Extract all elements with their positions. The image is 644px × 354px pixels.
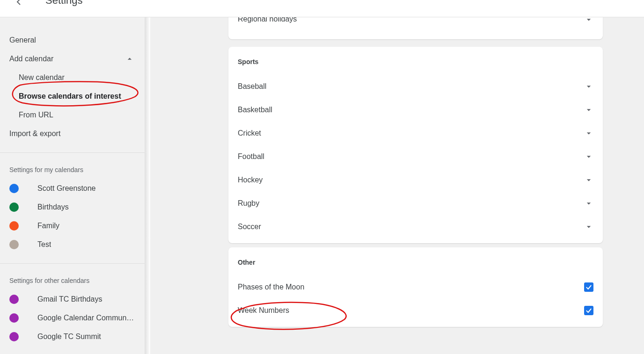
sidebar-item-label: Add calendar [9, 55, 53, 63]
category-row[interactable]: Rugby [228, 192, 603, 215]
calendar-color-dot [9, 184, 19, 193]
category-label: Basketball [238, 106, 272, 114]
chevron-down-icon [584, 152, 593, 161]
sidebar-item-from-url[interactable]: From URL [0, 106, 145, 124]
calendar-row[interactable]: Birthdays [0, 198, 145, 217]
calendar-label: Google TC Summit [37, 332, 101, 341]
back-arrow-icon[interactable] [13, 0, 24, 7]
category-label: Rugby [238, 199, 259, 208]
category-row[interactable]: Cricket [228, 122, 603, 145]
chevron-down-icon [584, 129, 593, 138]
settings-main: Regional holidays Sports BaseballBasketb… [150, 17, 644, 354]
sidebar-item-add-calendar[interactable]: Add calendar [0, 50, 145, 68]
sidebar-item-label: General [9, 36, 36, 44]
calendar-row[interactable]: Gmail TC Birthdays [0, 290, 145, 309]
checkbox-checked-icon[interactable] [584, 306, 593, 315]
chevron-down-icon [584, 82, 593, 91]
sidebar-item-import-export[interactable]: Import & export [0, 124, 145, 143]
calendar-color-dot [9, 313, 19, 323]
chevron-down-icon [584, 17, 593, 24]
sidebar-item-label: Browse calendars of interest [19, 92, 121, 101]
calendar-color-dot [9, 295, 19, 304]
vertical-shadow [145, 17, 150, 354]
sidebar-item-general[interactable]: General [0, 31, 145, 50]
category-label: Soccer [238, 223, 261, 231]
calendar-label: Birthdays [37, 203, 69, 211]
calendar-color-dot [9, 240, 19, 249]
settings-sidebar: General Add calendar New calendar Browse… [0, 17, 145, 354]
card-title: Other [228, 247, 603, 275]
calendar-color-dot [9, 221, 19, 231]
other-item-row[interactable]: Week Numbers [228, 299, 603, 322]
page-title: Settings [45, 0, 83, 7]
category-row[interactable]: Baseball [228, 75, 603, 98]
chevron-down-icon [584, 199, 593, 208]
calendar-label: Google Calendar Commun… [37, 314, 134, 322]
category-label: Hockey [238, 176, 263, 184]
calendar-color-dot [9, 332, 19, 341]
sidebar-section-other-calendars: Settings for other calendars [0, 264, 145, 290]
sidebar-item-label: Import & export [9, 130, 60, 138]
category-row-regional-holidays[interactable]: Regional holidays [228, 17, 603, 36]
calendar-label: Gmail TC Birthdays [37, 295, 102, 303]
category-label: Regional holidays [238, 17, 297, 23]
category-row[interactable]: Soccer [228, 215, 603, 238]
category-label: Football [238, 152, 264, 161]
card-title: Sports [228, 47, 603, 75]
calendar-row[interactable]: Test [0, 235, 145, 254]
sidebar-item-new-calendar[interactable]: New calendar [0, 68, 145, 87]
chevron-down-icon [584, 105, 593, 115]
other-card: Other Phases of the MoonWeek Numbers [228, 247, 603, 327]
category-label: Cricket [238, 129, 261, 137]
category-label: Baseball [238, 82, 266, 91]
calendar-label: Family [37, 222, 59, 230]
sidebar-item-label: New calendar [19, 73, 65, 82]
calendar-label: Scott Greenstone [37, 184, 96, 193]
calendar-row[interactable]: Family [0, 217, 145, 235]
category-row[interactable]: Hockey [228, 168, 603, 192]
calendar-color-dot [9, 202, 19, 212]
calendar-row[interactable]: Google Calendar Commun… [0, 309, 145, 327]
sports-card: Sports BaseballBasketballCricketFootball… [228, 47, 603, 243]
settings-header: Settings [0, 0, 644, 17]
category-row[interactable]: Basketball [228, 98, 603, 122]
sidebar-section-my-calendars: Settings for my calendars [0, 153, 145, 179]
other-item-row[interactable]: Phases of the Moon [228, 275, 603, 299]
other-item-label: Phases of the Moon [238, 283, 304, 291]
chevron-up-icon [125, 54, 134, 64]
sidebar-item-label: From URL [19, 111, 53, 119]
chevron-down-icon [584, 222, 593, 231]
calendar-row[interactable]: Google TC Summit [0, 327, 145, 346]
other-item-label: Week Numbers [238, 306, 289, 315]
sidebar-item-browse-calendars[interactable]: Browse calendars of interest [0, 87, 145, 106]
regional-holidays-card: Regional holidays [228, 17, 603, 39]
checkbox-checked-icon[interactable] [584, 282, 593, 292]
chevron-down-icon [584, 175, 593, 185]
calendar-row[interactable]: Scott Greenstone [0, 179, 145, 198]
category-row[interactable]: Football [228, 145, 603, 168]
calendar-label: Test [37, 240, 51, 249]
